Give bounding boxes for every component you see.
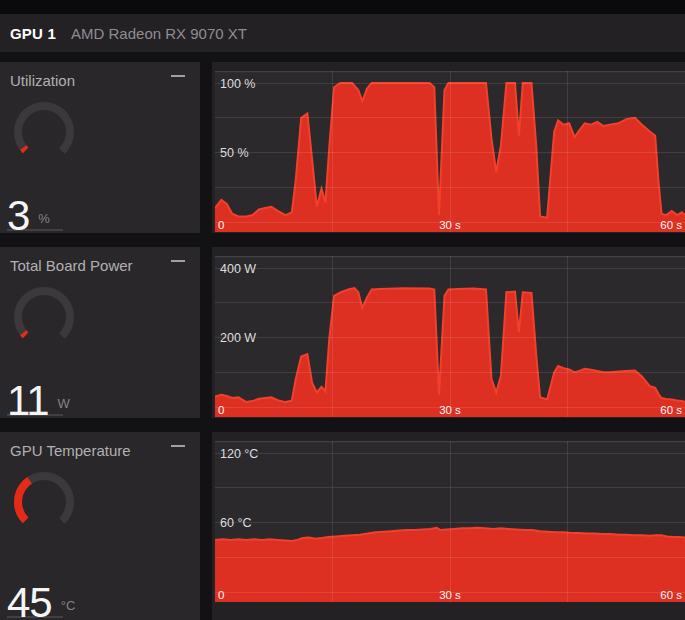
utilization-row: Utilization 3% 100 %50 %030 s60 s	[0, 62, 685, 233]
gpu-name-label: AMD Radeon RX 9070 XT	[71, 25, 247, 42]
axis-label: 200 W	[220, 331, 256, 345]
metric-value-row: 3%	[7, 195, 50, 237]
temperature-chart: 120 °C60 °C030 s60 s	[215, 441, 685, 602]
window-top-strip	[0, 0, 685, 14]
axis-label: 30 s	[439, 219, 461, 231]
gpu-header: GPU 1 AMD Radeon RX 9070 XT	[0, 14, 685, 52]
power-gauge	[12, 285, 76, 349]
power-chart-tile: 400 W200 W030 s60 s	[212, 247, 685, 418]
gpu-tab[interactable]: GPU 1	[10, 25, 56, 42]
metric-value: 45	[7, 579, 52, 620]
minimize-icon[interactable]	[171, 72, 189, 82]
axis-label: 0	[218, 219, 224, 231]
power-chart: 400 W200 W030 s60 s	[215, 256, 685, 417]
axis-label: 0	[218, 404, 224, 416]
metric-unit: %	[38, 211, 50, 226]
temperature-gauge	[12, 470, 76, 534]
utilization-panel: Utilization 3%	[0, 62, 200, 233]
axis-label: 60 s	[660, 219, 682, 231]
utilization-gauge	[12, 100, 76, 164]
metric-value-row: 45°C	[7, 582, 75, 620]
metric-unit: °C	[61, 598, 76, 613]
axis-label: 60 s	[660, 589, 682, 601]
temperature-chart-tile: 120 °C60 °C030 s60 s	[212, 432, 685, 620]
power-row: Total Board Power 11W 400 W200 W030 s60 …	[0, 247, 685, 418]
power-panel: Total Board Power 11W	[0, 247, 200, 418]
metric-rows: Utilization 3% 100 %50 %030 s60 s Total …	[0, 62, 685, 620]
metric-unit: W	[58, 396, 70, 411]
utilization-chart-tile: 100 %50 %030 s60 s	[212, 62, 685, 233]
temperature-panel: GPU Temperature 45°C	[0, 432, 200, 620]
panel-title: Total Board Power	[10, 257, 133, 274]
metric-value: 3	[7, 192, 29, 239]
axis-label: 30 s	[439, 404, 461, 416]
metric-value-row: 11W	[7, 380, 70, 422]
axis-label: 0	[218, 589, 224, 601]
tile-gap	[200, 247, 212, 418]
tile-gap	[200, 62, 212, 233]
axis-label: 100 %	[220, 77, 255, 91]
axis-label: 400 W	[220, 262, 256, 276]
axis-label: 30 s	[439, 589, 461, 601]
minimize-icon[interactable]	[171, 257, 189, 267]
axis-label: 120 °C	[220, 447, 258, 461]
axis-label: 60 °C	[220, 516, 251, 530]
tile-gap	[200, 432, 212, 620]
panel-title: Utilization	[10, 72, 75, 89]
minimize-icon[interactable]	[171, 442, 189, 452]
metric-value: 11	[7, 377, 49, 424]
axis-label: 60 s	[660, 404, 682, 416]
panel-title: GPU Temperature	[10, 442, 131, 459]
utilization-chart: 100 %50 %030 s60 s	[215, 71, 685, 232]
temperature-row: GPU Temperature 45°C 120 °C60 °C030 s60 …	[0, 432, 685, 620]
axis-label: 50 %	[220, 146, 249, 160]
